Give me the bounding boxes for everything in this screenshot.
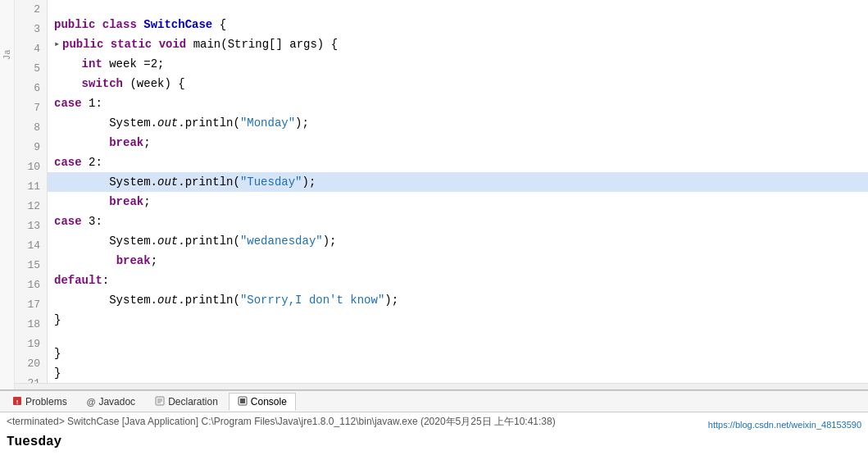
code-token: void xyxy=(159,34,193,54)
code-token: public xyxy=(62,34,111,54)
line-number: 12 xyxy=(21,197,40,216)
code-token: break xyxy=(109,192,143,212)
code-line: switch (week) { xyxy=(48,74,868,93)
line-number: 15 xyxy=(21,256,40,275)
code-line: System.out.println("Monday"); xyxy=(48,113,868,133)
code-token: ); xyxy=(302,172,316,192)
code-line: System.out.println("wedanesday"); xyxy=(48,231,868,251)
code-token: "Tuesday" xyxy=(240,172,302,192)
javadoc-icon: @ xyxy=(87,397,96,407)
console-tab-label: Console xyxy=(251,396,287,408)
code-token: } xyxy=(54,344,61,363)
code-token: System. xyxy=(54,113,157,133)
problems-tab-label: Problems xyxy=(25,396,67,408)
code-line: } xyxy=(48,310,868,330)
code-line: int week =2; xyxy=(48,54,868,74)
code-token: ; xyxy=(151,251,157,271)
line-number: 10 xyxy=(21,157,40,177)
code-editor[interactable]: 23456789101112131415161718192021 public … xyxy=(15,0,868,389)
code-token: .println( xyxy=(178,172,240,192)
line-number: 2 xyxy=(21,0,40,20)
line-number: 3 xyxy=(21,20,40,39)
code-token: out xyxy=(157,231,178,251)
collapse-marker[interactable]: ▸ xyxy=(54,34,62,54)
code-line: case 3: xyxy=(48,212,868,231)
code-line xyxy=(48,0,868,15)
line-number: 11 xyxy=(21,177,40,197)
code-token: System. xyxy=(54,172,157,192)
code-line: } xyxy=(48,344,868,363)
line-number: 13 xyxy=(21,216,40,236)
code-token: break xyxy=(116,251,151,271)
line-number: 4 xyxy=(21,39,40,59)
code-token: "Monday" xyxy=(240,113,295,133)
code-line: System.out.println("Tuesday"); xyxy=(48,172,868,192)
code-token xyxy=(54,251,116,271)
code-token: class xyxy=(102,15,143,34)
line-number: 21 xyxy=(21,374,40,383)
code-token: int xyxy=(82,54,110,74)
tab-problems[interactable]: !Problems xyxy=(3,393,76,411)
code-line: System.out.println("Sorrry,I don't know"… xyxy=(48,290,868,310)
problems-icon: ! xyxy=(12,396,22,408)
code-token: ); xyxy=(384,290,398,310)
code-token: } xyxy=(54,363,61,383)
code-token: (String[] args) { xyxy=(220,34,338,54)
declaration-icon xyxy=(155,396,165,408)
code-line: break; xyxy=(48,192,868,212)
code-token: break xyxy=(109,133,143,153)
tab-console[interactable]: Console xyxy=(229,393,296,411)
line-number: 8 xyxy=(21,118,40,138)
code-line xyxy=(48,330,868,344)
line-number: 5 xyxy=(21,59,40,79)
code-token: ); xyxy=(323,231,337,251)
line-number: 18 xyxy=(21,315,40,335)
code-line: ▸public static void main(String[] args) … xyxy=(48,34,868,54)
code-token: case xyxy=(54,212,82,231)
code-token: System. xyxy=(54,231,157,251)
code-token: 1: xyxy=(82,93,102,113)
svg-rect-7 xyxy=(240,398,245,403)
code-token: out xyxy=(157,172,178,192)
code-token: main xyxy=(193,34,221,54)
line-number: 14 xyxy=(21,236,40,256)
code-token xyxy=(54,74,82,93)
code-token: } xyxy=(54,310,61,330)
code-token: .println( xyxy=(178,113,240,133)
console-link[interactable]: https://blog.csdn.net/weixin_48153590 xyxy=(702,415,868,435)
code-token: 2: xyxy=(82,153,102,172)
code-line: public class SwitchCase { xyxy=(48,15,868,34)
console-area: <terminated> SwitchCase [Java Applicatio… xyxy=(0,412,868,469)
declaration-tab-label: Declaration xyxy=(168,396,218,408)
code-token: ; xyxy=(143,192,150,212)
bottom-panel: !Problems@JavadocDeclarationConsole <ter… xyxy=(0,389,868,469)
code-token: case xyxy=(54,153,82,172)
code-token: ); xyxy=(295,113,309,133)
tab-javadoc[interactable]: @Javadoc xyxy=(78,393,144,411)
code-token: out xyxy=(157,290,178,310)
main-content: Ja 23456789101112131415161718192021 publ… xyxy=(0,0,868,389)
code-line: default: xyxy=(48,271,868,290)
code-token: (week) { xyxy=(123,74,185,93)
svg-text:!: ! xyxy=(16,398,19,405)
code-line: case 2: xyxy=(48,153,868,172)
code-token: { xyxy=(212,15,226,34)
bottom-tabs: !Problems@JavadocDeclarationConsole xyxy=(0,390,868,412)
code-token: .println( xyxy=(178,231,240,251)
code-token: "wedanesday" xyxy=(240,231,323,251)
code-line: break; xyxy=(48,251,868,271)
line-number: 20 xyxy=(21,354,40,374)
code-lines[interactable]: public class SwitchCase {▸public static … xyxy=(48,0,868,383)
code-token: default xyxy=(54,271,102,290)
code-token: 3: xyxy=(82,212,102,231)
tab-declaration[interactable]: Declaration xyxy=(146,393,227,411)
console-icon xyxy=(238,396,248,408)
line-number: 6 xyxy=(21,79,40,98)
horizontal-scrollbar[interactable] xyxy=(15,383,868,389)
line-numbers: 23456789101112131415161718192021 xyxy=(15,0,48,383)
line-number: 9 xyxy=(21,138,40,157)
code-line: case 1: xyxy=(48,93,868,113)
code-token: "Sorrry,I don't know" xyxy=(240,290,384,310)
code-token: case xyxy=(54,93,82,113)
line-number: 17 xyxy=(21,295,40,315)
